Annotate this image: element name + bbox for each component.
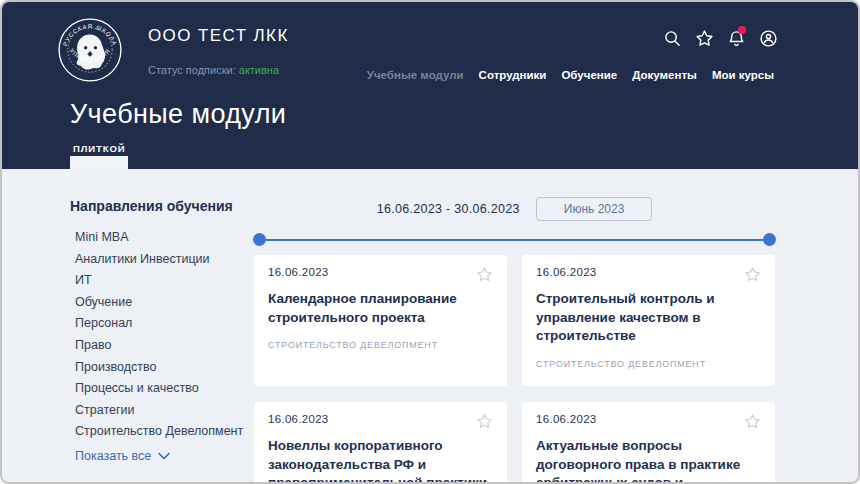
slider-track bbox=[260, 239, 769, 241]
subscription-status: Статус подписки: активна bbox=[148, 64, 279, 76]
card-date: 16.06.2023 bbox=[536, 266, 597, 278]
show-all-label: Показать все bbox=[75, 449, 151, 463]
nav-item-employees[interactable]: Сотрудники bbox=[479, 69, 547, 81]
filter-row: 16.06.2023 - 30.06.2023 Июнь 2023 bbox=[254, 197, 775, 221]
subscription-status-label: Статус подписки: bbox=[148, 64, 236, 76]
sidebar-item-mini-mba[interactable]: Mini MBA bbox=[75, 227, 254, 249]
sidebar-item-it[interactable]: ИТ bbox=[75, 270, 254, 292]
card-category: СТРОИТЕЛЬСТВО ДЕВЕЛОПМЕНТ bbox=[268, 340, 493, 350]
lion-emblem-icon: РУССКАЯ ШКОЛА УПРАВЛЕНИЯ bbox=[57, 17, 123, 83]
card-category: СТРОИТЕЛЬСТВО ДЕВЕЛОПМЕНТ bbox=[536, 359, 761, 369]
card-date: 16.06.2023 bbox=[536, 413, 597, 425]
company-name: ООО ТЕСТ ЛКК bbox=[148, 26, 289, 46]
main-nav: Учебные модули Сотрудники Обучение Докум… bbox=[367, 69, 774, 81]
card-date: 16.06.2023 bbox=[268, 266, 329, 278]
sidebar-item-analytics[interactable]: Аналитики Инвестиции bbox=[75, 249, 254, 271]
tab-indicator bbox=[70, 156, 128, 169]
sidebar-list: Mini MBA Аналитики Инвестиции ИТ Обучени… bbox=[70, 227, 254, 443]
date-range-slider[interactable] bbox=[254, 233, 775, 247]
favorites-star-icon[interactable] bbox=[694, 28, 714, 48]
module-card[interactable]: 16.06.2023 Календарное планирование стро… bbox=[254, 255, 507, 386]
slider-handle-end[interactable] bbox=[763, 233, 776, 246]
content-area: Направления обучения Mini MBA Аналитики … bbox=[2, 169, 858, 482]
favorite-star-icon[interactable] bbox=[744, 413, 761, 430]
show-all-link[interactable]: Показать все bbox=[70, 449, 254, 463]
favorite-star-icon[interactable] bbox=[744, 266, 761, 283]
tab-tiles-view[interactable]: плиткой bbox=[73, 143, 125, 154]
card-title: Строительный контроль и управление качес… bbox=[536, 290, 761, 346]
header-icons bbox=[662, 28, 778, 48]
sidebar-title: Направления обучения bbox=[70, 198, 254, 214]
nav-item-documents[interactable]: Документы bbox=[632, 69, 697, 81]
page-title: Учебные модули bbox=[70, 99, 286, 130]
sidebar-item-personnel[interactable]: Персонал bbox=[75, 313, 254, 335]
module-card[interactable]: 16.06.2023 Строительный контроль и управ… bbox=[522, 255, 775, 386]
nav-item-training[interactable]: Обучение bbox=[561, 69, 617, 81]
module-cards-grid: 16.06.2023 Календарное планирование стро… bbox=[254, 255, 775, 482]
sidebar-item-training[interactable]: Обучение bbox=[75, 292, 254, 314]
card-title: Актуальные вопросы договорного права в п… bbox=[536, 437, 761, 482]
card-title: Новеллы корпоративного законодательства … bbox=[268, 437, 493, 482]
app-window: РУССКАЯ ШКОЛА УПРАВЛЕНИЯ ООО ТЕСТ ЛКК Ст… bbox=[0, 0, 860, 484]
search-icon[interactable] bbox=[662, 28, 682, 48]
header: РУССКАЯ ШКОЛА УПРАВЛЕНИЯ ООО ТЕСТ ЛКК Ст… bbox=[2, 2, 858, 169]
profile-icon[interactable] bbox=[758, 28, 778, 48]
notifications-bell-icon[interactable] bbox=[726, 28, 746, 48]
logo[interactable]: РУССКАЯ ШКОЛА УПРАВЛЕНИЯ bbox=[57, 17, 123, 83]
sidebar-item-strategies[interactable]: Стратегии bbox=[75, 400, 254, 422]
card-title: Календарное планирование строительного п… bbox=[268, 290, 493, 327]
sidebar-item-construction[interactable]: Строительство Девелопмент bbox=[75, 421, 254, 443]
sidebar-item-law[interactable]: Право bbox=[75, 335, 254, 357]
module-card[interactable]: 16.06.2023 Новеллы корпоративного законо… bbox=[254, 402, 507, 482]
module-card[interactable]: 16.06.2023 Актуальные вопросы договорног… bbox=[522, 402, 775, 482]
nav-item-training-modules[interactable]: Учебные модули bbox=[367, 69, 464, 81]
favorite-star-icon[interactable] bbox=[476, 413, 493, 430]
modules-panel: 16.06.2023 - 30.06.2023 Июнь 2023 16.06.… bbox=[254, 169, 775, 482]
card-date: 16.06.2023 bbox=[268, 413, 329, 425]
sidebar-item-processes[interactable]: Процессы и качество bbox=[75, 378, 254, 400]
nav-item-my-courses[interactable]: Мои курсы bbox=[712, 69, 774, 81]
favorite-star-icon[interactable] bbox=[476, 266, 493, 283]
month-button[interactable]: Июнь 2023 bbox=[536, 197, 653, 221]
subscription-status-value: активна bbox=[239, 64, 279, 76]
sidebar-item-production[interactable]: Производство bbox=[75, 357, 254, 379]
chevron-down-icon bbox=[158, 452, 170, 460]
date-range-label: 16.06.2023 - 30.06.2023 bbox=[377, 202, 520, 216]
slider-handle-start[interactable] bbox=[253, 233, 266, 246]
notification-dot bbox=[738, 26, 746, 34]
sidebar-training-directions: Направления обучения Mini MBA Аналитики … bbox=[70, 198, 254, 463]
